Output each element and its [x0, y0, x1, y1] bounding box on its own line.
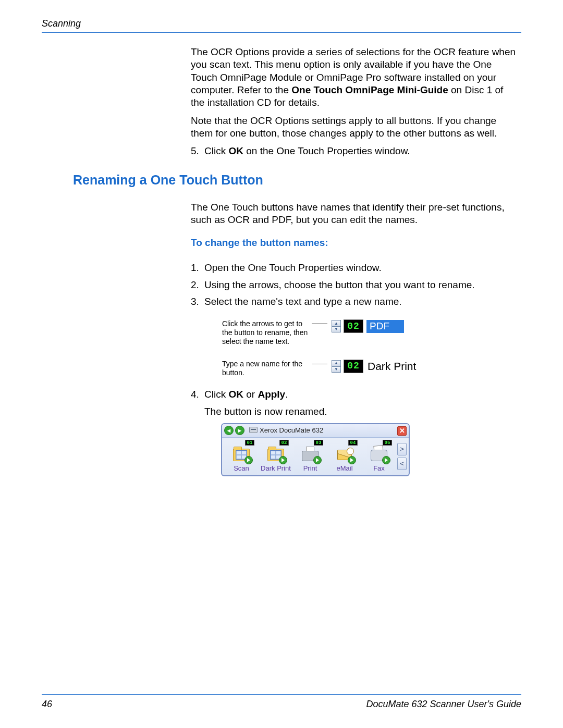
callout-text: Type a new name for the button.: [222, 360, 312, 377]
text: or: [243, 389, 258, 400]
spinner-down-icon[interactable]: ▼: [332, 366, 341, 373]
button-name-selected[interactable]: PDF: [366, 320, 404, 333]
toolbar-item-number: 02: [279, 440, 289, 446]
step-2: 2. Using the arrows, choose the button t…: [191, 279, 517, 291]
step-4: 4. Click OK or Apply.: [191, 388, 517, 401]
scroll-next-button[interactable]: >: [397, 443, 407, 455]
toolbar-item-scan[interactable]: 01Scan: [225, 440, 258, 473]
toolbar-item-fax[interactable]: 05Fax: [363, 440, 395, 473]
toolbar-item-label: eMail: [336, 464, 352, 473]
callout-line: [312, 364, 327, 364]
spinner-down-icon[interactable]: ▼: [332, 326, 341, 332]
toolbar-item-label: Scan: [234, 464, 249, 473]
toolbar-item-number: 04: [348, 440, 358, 446]
spinner-widget-pdf: ▲ ▼ 02 PDF: [332, 319, 404, 333]
nav-forward-icon[interactable]: ►: [235, 426, 244, 435]
step-3: 3. Select the name's text and type a new…: [191, 295, 517, 308]
intro-paragraph-1: The OCR Options provide a series of sele…: [191, 46, 517, 109]
spinner[interactable]: ▲ ▼: [332, 320, 341, 332]
bold-text: One Touch OmniPage Mini-Guide: [291, 84, 448, 95]
text: on the One Touch Properties window.: [243, 145, 410, 156]
callout-line: [312, 324, 327, 324]
button-name-input[interactable]: Dark Print: [366, 360, 416, 373]
toolbar-body: 01Scan02Dark Print03Print04eMail05Fax > …: [222, 438, 409, 473]
footer-page-number: 46: [42, 699, 52, 710]
toolbar-item-label: Fax: [373, 464, 385, 473]
text: .: [285, 389, 288, 400]
callout-row-2: Type a new name for the button. ▲ ▼ 02 D…: [222, 360, 517, 377]
page-content: The OCR Options provide a series of sele…: [42, 46, 517, 476]
bold-text: OK: [228, 389, 243, 400]
toolbar-item-email[interactable]: 04eMail: [328, 440, 361, 473]
toolbar-item-number: 01: [245, 440, 254, 446]
close-icon[interactable]: ✕: [397, 426, 407, 436]
toolbar-item-label: Dark Print: [261, 464, 291, 473]
text: Click: [204, 145, 228, 156]
toolbar-title-text: Xerox DocuMate 632: [260, 426, 323, 435]
bold-text: Apply: [258, 389, 285, 400]
mail-icon: [334, 445, 355, 463]
printer-icon: [300, 445, 321, 463]
scanner-icon: [249, 427, 258, 434]
toolbar-item-number: 05: [383, 440, 392, 446]
step-number: 5.: [191, 145, 204, 157]
step-number: 2.: [191, 279, 204, 291]
callout-row-1: Click the arrows to get to the button to…: [222, 319, 517, 346]
docgrid-icon: [231, 445, 252, 463]
toolbar-item-number: 03: [314, 440, 323, 446]
footer-guide-title: DocuMate 632 Scanner User's Guide: [366, 699, 521, 710]
step-text: Click OK on the One Touch Properties win…: [204, 145, 517, 157]
step-number: 1.: [191, 262, 204, 274]
page-footer: 46 DocuMate 632 Scanner User's Guide: [42, 694, 521, 710]
fax-icon: [369, 445, 389, 463]
callout-diagram: Click the arrows to get to the button to…: [222, 319, 517, 377]
step-4-result: The button is now renamed.: [204, 405, 517, 418]
toolbar-item-dark-print[interactable]: 02Dark Print: [260, 440, 292, 473]
lcd-display: 02: [344, 360, 363, 373]
step-text: Open the One Touch Properties window.: [204, 262, 517, 274]
subheading: To change the button names:: [191, 237, 517, 249]
docgrid-icon: [265, 445, 286, 463]
bold-text: OK: [228, 145, 243, 156]
toolbar-titlebar: ◄ ► Xerox DocuMate 632 ✕: [222, 424, 409, 438]
step-number: 4.: [191, 388, 204, 401]
scroll-prev-button[interactable]: <: [397, 458, 407, 470]
callout-text: Click the arrows to get to the button to…: [222, 319, 312, 346]
header-section: Scanning: [42, 18, 81, 29]
toolbar-items: 01Scan02Dark Print03Print04eMail05Fax: [224, 440, 396, 473]
spinner-up-icon[interactable]: ▲: [332, 360, 341, 366]
nav-back-icon[interactable]: ◄: [224, 426, 234, 435]
spinner-widget-darkprint: ▲ ▼ 02 Dark Print: [332, 360, 416, 373]
section-title: Renaming a One Touch Button: [73, 172, 517, 188]
step-text: Select the name's text and type a new na…: [204, 295, 517, 308]
spinner-up-icon[interactable]: ▲: [332, 320, 341, 326]
toolbar-item-label: Print: [303, 464, 317, 473]
step-1: 1. Open the One Touch Properties window.: [191, 262, 517, 274]
section-intro: The One Touch buttons have names that id…: [191, 201, 517, 227]
toolbar-item-print[interactable]: 03Print: [294, 440, 326, 473]
onetouch-toolbar: ◄ ► Xerox DocuMate 632 ✕ 01Scan02Dark Pr…: [221, 423, 410, 476]
step-text: Click OK or Apply.: [204, 388, 517, 401]
intro-paragraph-2: Note that the OCR Options settings apply…: [191, 115, 517, 140]
step-number: 3.: [191, 295, 204, 308]
lcd-display: 02: [344, 319, 363, 333]
page-header: Scanning: [42, 18, 521, 33]
text: Click: [204, 389, 228, 400]
step-5: 5. Click OK on the One Touch Properties …: [191, 145, 517, 157]
spinner[interactable]: ▲ ▼: [332, 360, 341, 373]
step-text: Using the arrows, choose the button that…: [204, 279, 517, 291]
toolbar-scroll: > <: [397, 440, 407, 473]
